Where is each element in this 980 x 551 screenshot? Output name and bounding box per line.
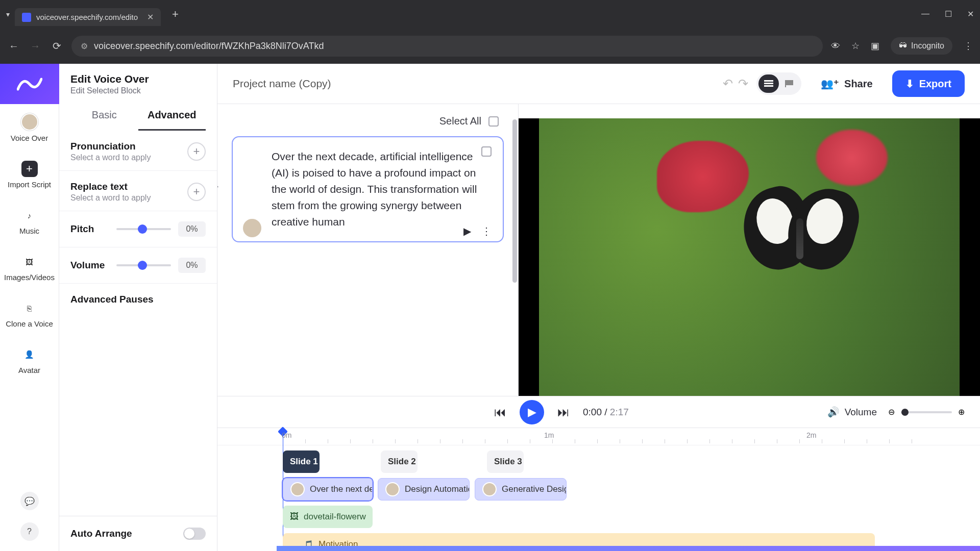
nav-label: Images/Videos: [4, 273, 55, 282]
nav-label: Music: [19, 227, 39, 235]
slide-track: Slide 1 Slide 2 Slide 3: [283, 450, 980, 473]
playback-bar: ⏮ ▶ ⏭ 0:00 / 2:17 🔊 Volume ⊖ ⊕: [217, 396, 980, 428]
nav-label: Import Script: [8, 180, 51, 189]
share-button[interactable]: 👥⁺ Share: [810, 71, 884, 96]
nav-music[interactable]: ♪ Music: [19, 198, 39, 244]
zoom-out-button[interactable]: ⊖: [888, 407, 895, 417]
nav-label: Avatar: [18, 366, 40, 374]
export-button[interactable]: ⬇ Export: [892, 70, 965, 97]
script-column: Select All ⌃ Over the next decade, artif…: [217, 104, 519, 396]
browser-tab[interactable]: voiceover.speechify.com/edito ✕: [15, 8, 161, 26]
share-icon: 👥⁺: [821, 78, 839, 90]
url-text: voiceover.speechify.com/editor/fWZKhPa3k…: [94, 41, 324, 52]
scrollbar-thumb[interactable]: [512, 119, 517, 283]
script-block[interactable]: Over the next decade, artificial intelli…: [232, 136, 504, 242]
minimize-icon[interactable]: —: [921, 9, 929, 19]
url-input[interactable]: ⚙ voiceover.speechify.com/editor/fWZKhPa…: [71, 36, 823, 57]
auto-arrange-toggle[interactable]: [183, 528, 206, 540]
media-clip[interactable]: 🖼 dovetail-flowerw: [283, 506, 373, 528]
tabs-dropdown-icon[interactable]: ▾: [6, 10, 10, 18]
help-button[interactable]: ?: [20, 522, 39, 541]
clip-label: Slide 3: [494, 457, 522, 467]
svg-rect-0: [764, 80, 773, 82]
undo-button[interactable]: ↶: [723, 77, 733, 91]
volume-slider[interactable]: [116, 264, 171, 266]
chat-button[interactable]: 💬: [20, 492, 39, 510]
project-name-input[interactable]: Project name (Copy): [233, 78, 715, 90]
pitch-slider-thumb[interactable]: [138, 224, 147, 234]
voice-clip[interactable]: Design Automation: [378, 478, 470, 500]
slide-clip[interactable]: Slide 1: [283, 450, 320, 473]
tab-advanced[interactable]: Advanced: [138, 101, 206, 131]
nav-clone-voice[interactable]: ⎘ Clone a Voice: [6, 291, 53, 337]
bookmark-icon[interactable]: ☆: [851, 40, 860, 52]
top-bar: Project name (Copy) ↶ ↷ 👥⁺ Share ⬇ Expor…: [217, 64, 980, 104]
nav-import-script[interactable]: + Import Script: [8, 152, 51, 198]
plus-square-icon: +: [21, 161, 38, 177]
add-pronunciation-button[interactable]: +: [187, 142, 206, 161]
nav-label: Clone a Voice: [6, 319, 53, 328]
play-button[interactable]: ▶: [520, 400, 544, 424]
voice-clip[interactable]: Over the next de: [283, 478, 373, 500]
nav-voice-over[interactable]: Voice Over: [11, 104, 48, 152]
next-button[interactable]: ⏭: [557, 405, 570, 419]
app-logo[interactable]: [0, 64, 59, 104]
new-tab-button[interactable]: +: [172, 8, 179, 21]
site-settings-icon[interactable]: ⚙: [81, 41, 88, 51]
slide-clip[interactable]: Slide 2: [381, 450, 418, 473]
volume-value: 0%: [178, 258, 206, 273]
nav-label: Voice Over: [11, 134, 48, 142]
voice-clip[interactable]: Generative Desig: [475, 478, 567, 500]
block-more-button[interactable]: ⋮: [481, 225, 492, 237]
back-button[interactable]: ←: [7, 39, 20, 53]
section-pronunciation: Pronunciation Select a word to apply +: [59, 131, 217, 171]
zoom-slider-thumb[interactable]: [901, 409, 909, 416]
advanced-pauses-section[interactable]: Advanced Pauses: [59, 284, 217, 315]
incognito-badge[interactable]: 🕶 Incognito: [891, 37, 952, 55]
tab-basic[interactable]: Basic: [70, 101, 138, 131]
current-time: 0:00: [583, 407, 602, 417]
chevron-up-icon[interactable]: ⌃: [217, 183, 220, 195]
duration: 2:17: [610, 407, 629, 417]
volume-slider-thumb[interactable]: [138, 261, 147, 270]
play-block-button[interactable]: ▶: [463, 225, 471, 237]
pitch-value: 0%: [178, 221, 206, 237]
forward-button[interactable]: →: [29, 39, 42, 53]
add-replace-button[interactable]: +: [187, 183, 206, 201]
prev-button[interactable]: ⏮: [494, 405, 506, 419]
close-window-icon[interactable]: ✕: [967, 9, 974, 19]
volume-label: Volume: [70, 260, 109, 271]
eye-off-icon[interactable]: 👁: [831, 41, 840, 52]
pitch-slider[interactable]: [116, 228, 171, 230]
toggle-knob: [184, 529, 194, 539]
view-list-button[interactable]: [758, 74, 779, 93]
svg-rect-1: [764, 83, 773, 84]
redo-button[interactable]: ↷: [738, 77, 748, 91]
maximize-icon[interactable]: ☐: [945, 9, 952, 19]
view-grid-button[interactable]: [779, 74, 799, 93]
nav-images-videos[interactable]: 🖼 Images/Videos: [4, 244, 55, 291]
script-text[interactable]: Over the next decade, artificial intelli…: [272, 148, 489, 230]
nav-avatar[interactable]: 👤 Avatar: [18, 337, 40, 384]
browser-url-bar: ← → ⟳ ⚙ voiceover.speechify.com/editor/f…: [0, 28, 980, 64]
ruler-1m: 1m: [544, 431, 554, 439]
reload-button[interactable]: ⟳: [50, 39, 63, 53]
timeline-scrollbar[interactable]: [277, 546, 980, 551]
panel-title: Edit Voice Over: [70, 73, 206, 85]
slide-clip[interactable]: Slide 3: [487, 450, 524, 473]
side-panel-icon[interactable]: ▣: [871, 40, 879, 52]
zoom-in-button[interactable]: ⊕: [958, 407, 965, 417]
section-title: Replace text: [70, 181, 151, 192]
tab-title: voiceover.speechify.com/edito: [36, 13, 138, 21]
clip-label: Slide 2: [388, 457, 416, 467]
zoom-slider[interactable]: [901, 411, 952, 413]
browser-menu-icon[interactable]: ⋮: [964, 40, 973, 52]
block-checkbox[interactable]: [481, 146, 492, 157]
chat-icon: 💬: [24, 496, 35, 506]
close-tab-icon[interactable]: ✕: [147, 12, 154, 22]
images-icon: 🖼: [21, 254, 37, 270]
clip-label: Design Automation: [405, 484, 470, 494]
timeline-ruler[interactable]: 0m 1m 2m: [217, 428, 980, 445]
select-all-checkbox[interactable]: [488, 116, 499, 127]
speaker-icon[interactable]: 🔊: [827, 406, 840, 418]
